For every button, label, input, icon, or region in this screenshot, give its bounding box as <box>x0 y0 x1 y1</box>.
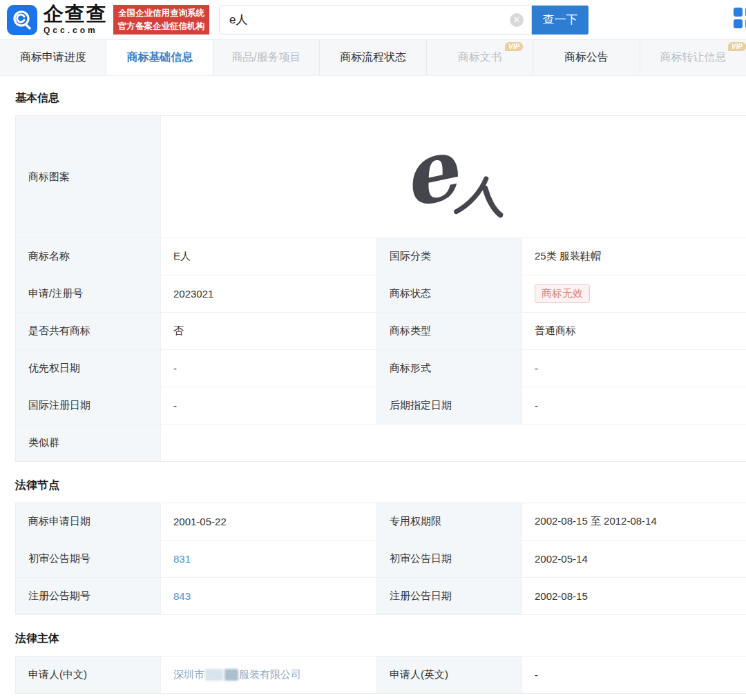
row-value: - <box>522 387 746 424</box>
brand-name: 企查查 <box>44 4 108 24</box>
redacted-block <box>205 669 223 681</box>
main-content: 基本信息 商标图案 e 商标名称 E人 国际分类 25类 服装鞋帽 申请/注册号 <box>0 91 746 694</box>
row-label: 是否共有商标 <box>16 313 161 349</box>
gov-badge-line2: 官方备案企业征信机构 <box>118 20 204 33</box>
tab-label: 商标流程状态 <box>340 50 406 65</box>
legal-nodes-table: 商标申请日期 2001-05-22 专用权期限 2002-08-15 至 201… <box>15 503 746 615</box>
row-label: 专用权期限 <box>377 503 522 540</box>
table-row: 初审公告期号 831 初审公告日期 2002-05-14 <box>16 541 746 578</box>
row-label: 商标名称 <box>16 238 161 275</box>
tab-basic-info[interactable]: 商标基础信息 <box>106 40 213 75</box>
legal-entity-table: 申请人(中文) 深圳市 服装有限公司 申请人(英文) - <box>15 656 746 694</box>
section-title-legal-entity: 法律主体 <box>15 632 746 646</box>
row-value: 2023021 <box>161 275 377 312</box>
table-row: 商标图案 e <box>16 116 746 238</box>
brand-domain: Qcc.com <box>44 26 108 35</box>
apps-grid-icon[interactable] <box>734 8 746 31</box>
row-value: 2002-08-15 至 2012-08-14 <box>522 503 746 540</box>
row-value: 2002-08-15 <box>522 578 746 614</box>
company-name-prefix: 深圳市 <box>173 668 204 681</box>
row-value: 商标无效 <box>522 275 746 312</box>
row-label: 类似群 <box>16 425 161 461</box>
apps-grid-cell <box>734 19 743 28</box>
company-name-suffix: 服装有限公司 <box>239 668 301 681</box>
row-value: - <box>161 350 377 387</box>
row-label: 商标形式 <box>377 350 522 387</box>
row-label: 国际分类 <box>377 238 522 275</box>
applicant-company-link[interactable]: 深圳市 服装有限公司 <box>173 668 301 681</box>
gov-certification-badge: 全国企业信用查询系统 官方备案企业征信机构 <box>113 5 209 35</box>
search-bar: ✕ 查一下 <box>219 6 589 35</box>
row-value: 普通商标 <box>522 313 746 349</box>
tab-label: 商标公告 <box>564 50 609 65</box>
row-value: 深圳市 服装有限公司 <box>161 657 377 693</box>
tab-announcements[interactable]: 商标公告 <box>533 40 640 75</box>
row-label: 商标状态 <box>377 275 522 312</box>
row-label: 申请/注册号 <box>16 275 161 312</box>
table-row: 国际注册日期 - 后期指定日期 - <box>16 387 746 425</box>
tab-label: 商标基础信息 <box>126 50 193 65</box>
row-label: 商标图案 <box>16 116 161 237</box>
tab-label: 商标转让信息 <box>660 50 726 65</box>
row-value: - <box>161 387 377 424</box>
basic-info-table: 商标图案 e 商标名称 E人 国际分类 25类 服装鞋帽 申请/注册号 2023… <box>15 115 746 462</box>
row-label: 申请人(英文) <box>377 657 522 693</box>
vip-badge: VIP <box>505 42 523 51</box>
search-box: ✕ <box>219 6 532 35</box>
tab-label: 商品/服务项目 <box>231 50 300 65</box>
status-badge-invalid: 商标无效 <box>535 284 590 303</box>
header: 企查查 Qcc.com 全国企业信用查询系统 官方备案企业征信机构 ✕ 查一下 <box>0 0 746 39</box>
clear-icon[interactable]: ✕ <box>510 13 524 27</box>
table-row: 申请人(中文) 深圳市 服装有限公司 申请人(英文) - <box>16 657 746 693</box>
tab-documents[interactable]: 商标文书 VIP <box>427 40 533 75</box>
tab-transfer-info[interactable]: 商标转让信息 VIP <box>640 40 746 75</box>
magnifier-swirl-icon <box>11 9 33 31</box>
search-button[interactable]: 查一下 <box>532 6 589 35</box>
row-label: 注册公告日期 <box>377 578 522 614</box>
apps-grid-cell <box>734 8 743 17</box>
row-value: 831 <box>161 541 377 577</box>
table-row: 是否共有商标 否 商标类型 普通商标 <box>16 313 746 350</box>
section-title-legal-nodes: 法律节点 <box>15 478 746 493</box>
row-label: 初审公告日期 <box>377 541 522 577</box>
table-row: 注册公告期号 843 注册公告日期 2002-08-15 <box>16 578 746 614</box>
row-label: 初审公告期号 <box>16 541 161 577</box>
tab-application-progress[interactable]: 商标申请进度 <box>0 40 106 75</box>
gov-badge-line1: 全国企业信用查询系统 <box>118 7 204 20</box>
qcc-logo-icon[interactable] <box>7 5 37 35</box>
row-value: - <box>522 657 746 693</box>
gazette-issue-link[interactable]: 843 <box>173 590 191 602</box>
table-row: 类似群 <box>16 425 746 461</box>
trademark-image-cell: e <box>161 116 746 237</box>
vip-badge: VIP <box>728 42 746 51</box>
tab-goods-services[interactable]: 商品/服务项目 <box>213 40 320 75</box>
tab-label: 商标文书 <box>457 50 501 65</box>
row-value: 2001-05-22 <box>161 503 377 540</box>
row-label: 商标申请日期 <box>16 503 161 540</box>
row-label: 商标类型 <box>377 313 522 349</box>
trademark-image: e <box>402 135 506 218</box>
row-value: 843 <box>161 578 377 614</box>
section-title-basic-info: 基本信息 <box>15 91 746 106</box>
table-row: 申请/注册号 2023021 商标状态 商标无效 <box>16 275 746 313</box>
row-value: 25类 服装鞋帽 <box>522 238 746 275</box>
table-row: 商标名称 E人 国际分类 25类 服装鞋帽 <box>16 238 746 275</box>
tab-bar: 商标申请进度 商标基础信息 商品/服务项目 商标流程状态 商标文书 VIP 商标… <box>0 39 746 76</box>
row-label: 国际注册日期 <box>16 387 161 424</box>
trademark-ren-glyph <box>452 173 507 220</box>
gazette-issue-link[interactable]: 831 <box>173 553 191 565</box>
row-value <box>161 425 746 461</box>
tab-process-status[interactable]: 商标流程状态 <box>320 40 426 75</box>
row-value: 否 <box>161 313 377 349</box>
row-value: - <box>522 350 746 387</box>
redacted-block <box>224 669 238 681</box>
table-row: 商标申请日期 2001-05-22 专用权期限 2002-08-15 至 201… <box>16 503 746 541</box>
row-value: 2002-05-14 <box>522 541 746 577</box>
search-input[interactable] <box>219 6 532 35</box>
row-label: 申请人(中文) <box>16 657 161 693</box>
logo-text[interactable]: 企查查 Qcc.com <box>44 4 108 35</box>
row-label: 注册公告期号 <box>16 578 161 614</box>
row-label: 优先权日期 <box>16 350 161 387</box>
row-value: E人 <box>161 238 377 275</box>
row-label: 后期指定日期 <box>377 387 522 424</box>
